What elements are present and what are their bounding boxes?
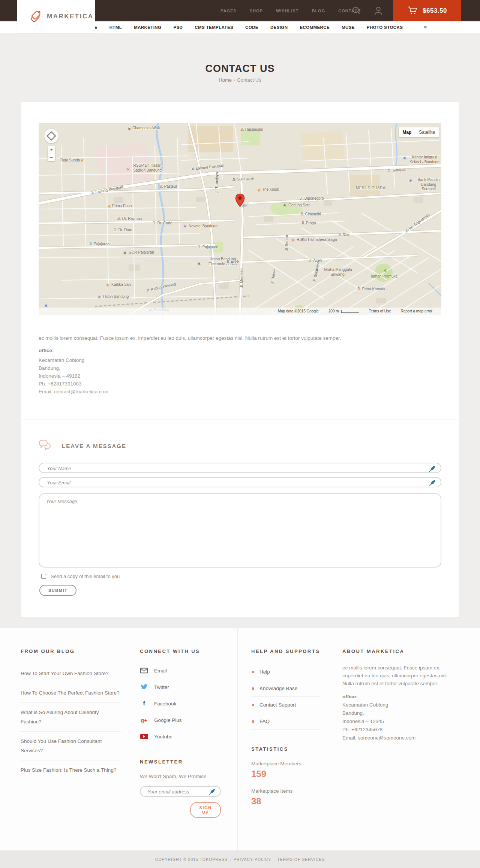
help-link[interactable]: FAQ — [251, 713, 321, 730]
map-labels: Champelas WalkJl. HasanudinRaja SundaRSU… — [39, 123, 441, 315]
stat-label: Marketplace Members — [251, 761, 321, 766]
map-pin[interactable] — [235, 193, 245, 209]
map-label: Jl. Cimandiri — [300, 212, 321, 217]
map-label: Jl. Dr. Rum — [114, 228, 132, 233]
help-link[interactable]: Knowladge Base — [251, 680, 321, 697]
footer-help-heading: HELP AND SUPPORTS — [251, 648, 321, 654]
map-label: Hilton Bandung — [103, 294, 129, 299]
send-copy-checkbox[interactable] — [41, 574, 46, 579]
map-poi-marker — [315, 269, 318, 272]
catnav-photo-stocks[interactable]: PHOTO STOCKS — [367, 25, 403, 30]
header-nav-shop[interactable]: SHOP — [250, 9, 263, 13]
about-office: office: Kecamatan Coblong Bandung. Indon… — [342, 693, 456, 742]
map-poi-marker — [45, 304, 48, 307]
map-label: Jl. Seram — [285, 235, 290, 251]
map-label: Jl. Banda — [270, 268, 276, 284]
social-label: Facebook — [154, 701, 176, 707]
content-card: Champelas WalkJl. HasanudinRaja SundaRSU… — [21, 102, 459, 617]
help-link[interactable]: Contact Support — [251, 697, 321, 713]
catnav-muse[interactable]: MUSE — [342, 25, 355, 30]
map-report-error-link[interactable]: Report a map error — [401, 309, 432, 313]
help-link[interactable]: Help — [251, 664, 321, 680]
map-poi-marker — [283, 204, 286, 207]
map-label: Jl. Wr. Supratman — [404, 212, 430, 234]
catnav-design[interactable]: DESIGN — [270, 25, 288, 30]
map-label: RSKB Halmahera Siaga — [297, 238, 337, 242]
social-label: Email — [154, 668, 167, 674]
map-label: MESJID PUSDAI — [356, 186, 387, 191]
map-scale: 200 m — [328, 309, 359, 313]
google-plus-icon: g+ — [140, 717, 148, 723]
catnav-ecommerce[interactable]: ECOMMERCE — [300, 25, 330, 30]
email-field-wrap — [39, 477, 441, 487]
chevron-down-icon[interactable]: « — [422, 26, 428, 28]
help-link-label: FAQ — [260, 719, 270, 724]
zoom-in-button[interactable]: + — [48, 146, 55, 154]
message-textarea[interactable] — [39, 494, 441, 567]
copyright-separator: . — [273, 857, 275, 862]
catnav-html[interactable]: HTML — [110, 25, 122, 30]
catnav-cms-templates[interactable]: CMS TEMPLATES — [195, 25, 233, 30]
map-poi-marker — [123, 251, 126, 254]
catnav-marketing[interactable]: MARKETING — [134, 25, 161, 30]
privacy-policy-link[interactable]: PRIVACY POLICY — [234, 857, 272, 862]
map-pan-control[interactable] — [44, 129, 58, 143]
pen-icon — [429, 465, 436, 474]
map-type-map-button[interactable]: Map — [399, 127, 415, 137]
square-bullet-icon — [252, 687, 254, 690]
map-poi-marker — [126, 168, 129, 171]
map-label: Jl. Aceh — [226, 260, 239, 265]
map-type-satellite-button[interactable]: Satellite — [415, 127, 439, 137]
header-nav-blog[interactable]: BLOG — [312, 9, 325, 13]
name-input[interactable] — [46, 463, 408, 473]
office-line: Ph. +62817391083 — [39, 380, 108, 388]
terms-link[interactable]: TERMS OF SERVICES — [277, 857, 325, 862]
help-link-label: Knowladge Base — [260, 686, 297, 691]
breadcrumb-home[interactable]: Home — [219, 77, 232, 83]
contact-page: PAGES SHOP WISHLIST BLOG CONTACT — [0, 0, 480, 868]
signup-button[interactable]: SIGN UP — [190, 802, 221, 818]
contact-intro-text: ec mollis lorem consequat. Fusce ipsum e… — [39, 335, 421, 342]
map-label: Kartika Sari — [111, 282, 131, 287]
map-poi-marker — [384, 269, 387, 272]
map-poi-marker — [108, 205, 111, 208]
catnav-psd[interactable]: PSD — [173, 25, 183, 30]
social-link-facebook[interactable]: f Facebook — [140, 695, 221, 712]
office-line: Indonesia – 49182 — [39, 372, 108, 380]
google-map[interactable]: Champelas WalkJl. HasanudinRaja SundaRSU… — [39, 123, 441, 315]
blog-post-link[interactable]: Should You Use Fashion Consultant Servic… — [21, 732, 121, 760]
header-nav-pages[interactable]: PAGES — [220, 9, 237, 13]
logo[interactable]: MARKETICA — [17, 0, 95, 33]
section-divider — [21, 420, 459, 420]
send-copy-row: Send a copy of this email to you — [41, 574, 120, 579]
map-label: RSUP Dr. Hasan Sadikin Bandung — [129, 163, 166, 173]
blog-post-link[interactable]: Plus Size Fashion: Is There Such a Thing… — [21, 760, 121, 780]
map-label: Jl. Layang Pasupati — [90, 185, 123, 196]
map-zoom-control[interactable]: + − — [48, 146, 55, 161]
social-link-twitter[interactable]: Twitter — [140, 679, 221, 695]
map-label: Jl. Pasteur — [159, 184, 177, 189]
page-title: CONTACT US — [0, 63, 480, 75]
submit-button[interactable]: SUBMIT — [39, 585, 76, 596]
cart-button[interactable]: $653.50 — [393, 0, 461, 21]
email-input[interactable] — [46, 478, 408, 487]
user-icon[interactable] — [374, 6, 383, 17]
zoom-out-button[interactable]: − — [48, 154, 55, 161]
social-link-google-plus[interactable]: g+ Google Plus — [140, 712, 221, 728]
header-nav-wishlist[interactable]: WISHLIST — [276, 9, 299, 13]
social-link-youtube[interactable]: Youtube — [140, 728, 221, 745]
footer: FROM OUR BLOG How To Start Your Own Fash… — [0, 628, 480, 850]
map-terms-link[interactable]: Terms of Use — [369, 309, 391, 313]
blog-post-link[interactable]: How To Choose The Perfect Fashion Store? — [21, 683, 121, 703]
footer-connect-heading: CONNECT WITH US — [140, 648, 221, 654]
blog-post-link[interactable]: What is So Alluring About Celebrity Fash… — [21, 703, 121, 732]
social-link-email[interactable]: Email — [140, 662, 221, 679]
catnav-code[interactable]: CODE — [245, 25, 258, 30]
blog-post-link[interactable]: How To Start Your Own Fashion Store? — [21, 664, 121, 683]
search-icon[interactable] — [352, 6, 361, 17]
newsletter-email-input[interactable] — [147, 787, 208, 796]
about-text: ec mollis lorem consequat. Fusce ipsum e… — [342, 664, 456, 687]
social-label: Google Plus — [154, 717, 182, 723]
office-label: office: — [39, 348, 54, 353]
newsletter-heading: NEWSLETTER — [140, 759, 221, 765]
